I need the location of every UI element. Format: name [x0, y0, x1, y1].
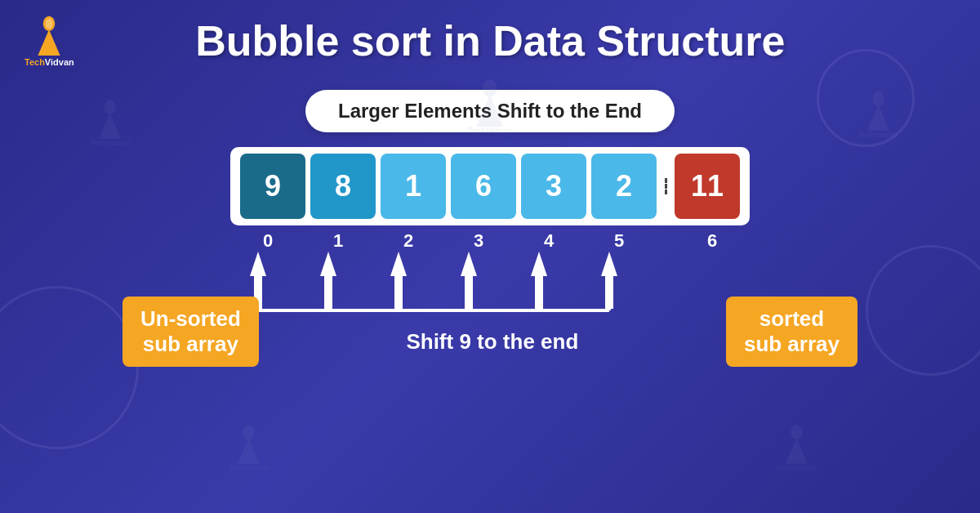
bottom-center: Shift 9 to the end: [406, 321, 578, 355]
bottom-label: Shift 9 to the end: [406, 329, 578, 355]
sorted-badge: sortedsub array: [726, 297, 858, 367]
logo-tech: Tech: [24, 57, 45, 67]
array-section: 9 8 1 6 3 2 11 0 1 2 3 4 5 6: [225, 147, 755, 321]
logo: TechVidvan: [24, 15, 74, 67]
unsorted-text: Un-sortedsub array: [140, 306, 241, 356]
svg-marker-6: [99, 113, 121, 139]
index-6: 6: [679, 230, 745, 252]
index-row: 0 1 2 3 4 5 6: [225, 230, 755, 252]
array-row: 9 8 1 6 3 2 11: [230, 147, 750, 225]
cell-5: 2: [591, 154, 657, 219]
header: TechVidvan Bubble sort in Data Structure: [0, 0, 980, 82]
svg-point-18: [243, 425, 255, 439]
cell-3: 6: [451, 154, 516, 219]
cell-2: 1: [381, 154, 446, 219]
logo-icon: [29, 15, 69, 56]
dashed-line: [665, 178, 667, 194]
bottom-labels: Un-sortedsub array Shift 9 to the end so…: [122, 297, 858, 367]
watermark-bottom-right: TechVidvan: [776, 423, 817, 472]
svg-point-2: [46, 19, 53, 29]
svg-point-20: [791, 425, 802, 439]
index-4: 4: [516, 230, 581, 252]
logo-text: TechVidvan: [24, 57, 74, 67]
watermark-left: TechVidvan: [90, 98, 131, 147]
main-title: Bubble sort in Data Structure: [74, 16, 906, 65]
main-content: TechVidvan Bubble sort in Data Structure…: [0, 0, 980, 513]
unsorted-badge: Un-sortedsub array: [122, 297, 259, 367]
svg-marker-21: [786, 438, 808, 464]
index-0: 0: [235, 230, 301, 252]
svg-marker-19: [238, 438, 260, 464]
svg-point-5: [105, 100, 116, 114]
svg-marker-4: [477, 96, 504, 127]
svg-marker-8: [867, 105, 889, 131]
index-1: 1: [305, 230, 371, 252]
index-2: 2: [376, 230, 441, 252]
cell-4: 3: [521, 154, 586, 219]
sorted-text: sortedsub array: [744, 306, 840, 356]
cell-0: 9: [240, 154, 305, 219]
logo-vidvan: Vidvan: [45, 57, 74, 67]
index-5: 5: [586, 230, 652, 252]
svg-marker-1: [38, 29, 60, 56]
watermark-right: TechVidvan: [858, 90, 898, 139]
index-3: 3: [446, 230, 511, 252]
watermark-bottom-left: TechVidvan: [229, 423, 270, 472]
cell-6: 11: [675, 154, 740, 219]
svg-point-3: [483, 79, 497, 97]
svg-point-7: [872, 91, 884, 106]
cell-1: 8: [310, 154, 376, 219]
watermark-center: TechVidvan: [467, 78, 512, 136]
